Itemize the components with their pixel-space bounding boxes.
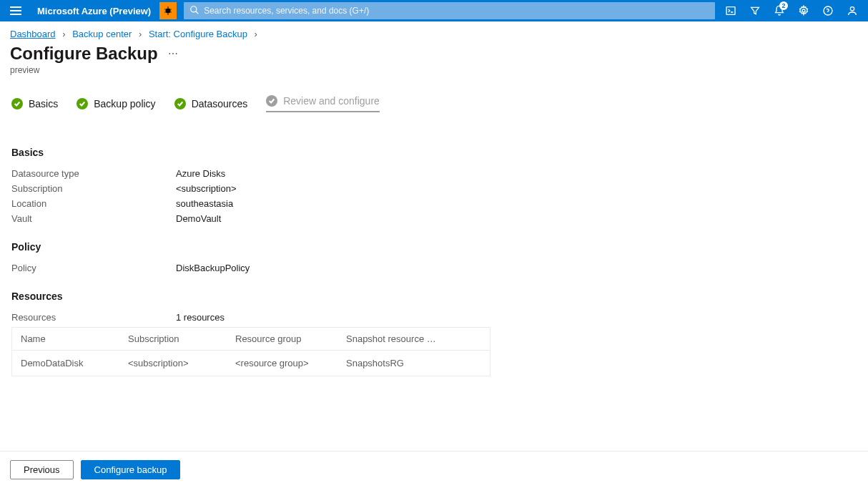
table-header: Name Subscription Resource group Snapsho…	[12, 328, 490, 351]
brand-label: Microsoft Azure (Preview)	[31, 6, 157, 16]
page-title-row: Configure Backup ⋯	[0, 39, 868, 64]
svg-point-9	[850, 7, 854, 11]
step-label: Review and configure	[283, 95, 380, 107]
filter-icon[interactable]	[744, 0, 766, 21]
top-bar-icons: 2	[719, 0, 868, 21]
label-policy: Policy	[11, 263, 176, 273]
check-icon	[11, 98, 23, 109]
chevron-right-icon: ›	[139, 29, 142, 39]
value-location: southeastasia	[176, 198, 233, 209]
help-icon[interactable]	[817, 0, 839, 21]
policy-section: Policy PolicyDiskBackupPolicy	[11, 241, 857, 273]
label-subscription: Subscription	[11, 183, 176, 194]
review-content: Basics Datasource typeAzure Disks Subscr…	[0, 118, 868, 451]
page-title: Configure Backup	[10, 44, 158, 64]
breadcrumb: Dashboard › Backup center › Start: Confi…	[0, 21, 868, 39]
value-subscription: <subscription>	[176, 183, 237, 194]
breadcrumb-dashboard[interactable]: Dashboard	[10, 29, 56, 39]
settings-gear-icon[interactable]	[792, 0, 815, 21]
configure-backup-button[interactable]: Configure backup	[81, 460, 181, 479]
section-heading-resources: Resources	[11, 291, 857, 302]
wizard-steps: Basics Backup policy Datasources Review …	[0, 75, 868, 118]
svg-point-7	[802, 9, 805, 12]
check-icon	[174, 98, 186, 109]
search-icon	[189, 5, 199, 17]
cell-subscription: <subscription>	[119, 351, 227, 376]
svg-point-4	[191, 6, 197, 12]
step-backup-policy[interactable]: Backup policy	[77, 95, 155, 112]
page-subtitle: preview	[0, 64, 868, 75]
basics-section: Basics Datasource typeAzure Disks Subscr…	[11, 147, 857, 224]
cell-resource-group: <resource group>	[227, 351, 337, 376]
breadcrumb-start[interactable]: Start: Configure Backup	[149, 29, 247, 39]
cloud-shell-icon[interactable]	[719, 0, 742, 21]
section-heading-policy: Policy	[11, 241, 857, 253]
step-label: Basics	[29, 98, 58, 109]
value-policy: DiskBackupPolicy	[176, 263, 250, 273]
breadcrumb-backup-center[interactable]: Backup center	[72, 29, 132, 39]
table-row: DemoDataDisk <subscription> <resource gr…	[12, 351, 490, 376]
more-actions-icon[interactable]: ⋯	[168, 48, 178, 59]
section-heading-basics: Basics	[11, 147, 857, 158]
label-vault: Vault	[11, 213, 176, 224]
check-icon	[266, 95, 277, 107]
global-top-bar: Microsoft Azure (Preview) 2	[0, 0, 868, 21]
step-review[interactable]: Review and configure	[266, 95, 380, 112]
svg-point-3	[166, 9, 171, 14]
col-snapshot: Snapshot resource …	[337, 328, 490, 350]
wizard-footer: Previous Configure backup	[0, 451, 868, 488]
value-resources-count: 1 resources	[176, 312, 225, 323]
notifications-icon[interactable]: 2	[768, 0, 791, 21]
feedback-icon[interactable]	[841, 0, 864, 21]
resources-section: Resources Resources 1 resources Name Sub…	[11, 291, 857, 376]
chevron-right-icon: ›	[62, 29, 65, 39]
notification-badge: 2	[779, 1, 788, 10]
label-datasource-type: Datasource type	[11, 168, 176, 179]
resources-table: Name Subscription Resource group Snapsho…	[11, 327, 490, 376]
svg-line-5	[196, 11, 199, 14]
label-location: Location	[11, 198, 176, 209]
step-label: Datasources	[192, 98, 248, 109]
global-search-input[interactable]	[184, 2, 715, 19]
col-subscription: Subscription	[119, 328, 227, 350]
chevron-right-icon: ›	[255, 29, 257, 39]
label-resources: Resources	[11, 312, 176, 323]
hamburger-menu[interactable]	[0, 6, 31, 15]
step-datasources[interactable]: Datasources	[174, 95, 248, 112]
svg-rect-6	[726, 7, 735, 15]
svg-rect-2	[10, 14, 21, 15]
cell-snapshot: SnapshotsRG	[337, 351, 490, 376]
col-name: Name	[12, 328, 119, 350]
col-resource-group: Resource group	[227, 328, 337, 350]
step-basics[interactable]: Basics	[11, 95, 58, 112]
svg-rect-1	[10, 10, 21, 11]
value-datasource-type: Azure Disks	[176, 168, 225, 179]
step-label: Backup policy	[94, 98, 155, 109]
value-vault: DemoVault	[176, 213, 221, 224]
svg-rect-0	[10, 6, 21, 8]
previous-button[interactable]: Previous	[10, 460, 74, 479]
preview-bug-icon[interactable]	[159, 2, 177, 19]
check-icon	[77, 98, 88, 109]
cell-name: DemoDataDisk	[12, 351, 119, 376]
